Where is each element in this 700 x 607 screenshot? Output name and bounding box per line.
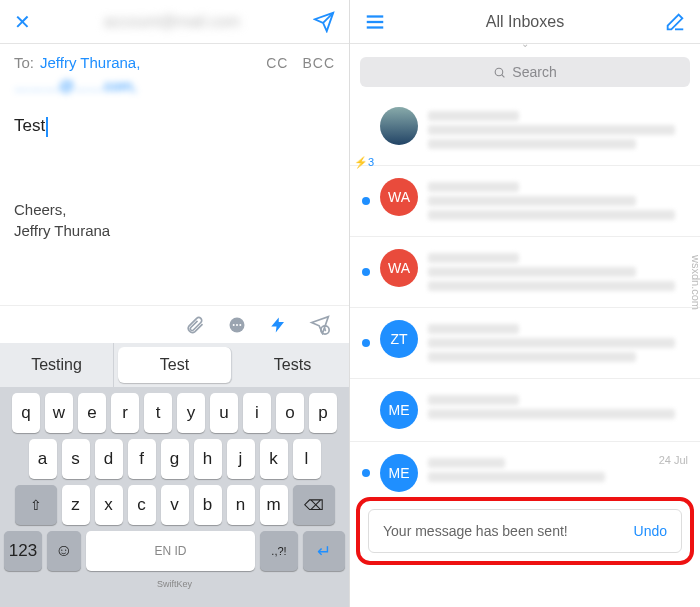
list-item[interactable]: WA: [350, 237, 700, 308]
key-j[interactable]: j: [227, 439, 255, 479]
key-row-4: 123 ☺ EN ID .,?! ↵: [0, 525, 349, 577]
message-date: 24 Jul: [659, 454, 688, 466]
svg-point-2: [236, 324, 238, 326]
sent-toast: Your message has been sent! Undo: [368, 509, 682, 553]
key-b[interactable]: b: [194, 485, 222, 525]
list-item[interactable]: ZT: [350, 308, 700, 379]
avatar: [380, 107, 418, 145]
key-n[interactable]: n: [227, 485, 255, 525]
suggestion-bar: Testing Test Tests: [0, 343, 349, 387]
key-row-1: qwertyuiop: [0, 387, 349, 433]
compose-header: ✕ account@mail.com: [0, 0, 349, 44]
search-placeholder: Search: [512, 64, 556, 80]
compose-toolbar: [0, 305, 349, 343]
key-a[interactable]: a: [29, 439, 57, 479]
search-input[interactable]: Search: [360, 57, 690, 87]
key-s[interactable]: s: [62, 439, 90, 479]
key-g[interactable]: g: [161, 439, 189, 479]
to-label: To:: [14, 54, 34, 71]
list-item[interactable]: ME 24 Jul: [350, 442, 700, 504]
signature-line1: Cheers,: [14, 199, 335, 220]
key-v[interactable]: v: [161, 485, 189, 525]
avatar: WA: [380, 178, 418, 216]
punct-key[interactable]: .,?!: [260, 531, 298, 571]
keyboard: Testing Test Tests qwertyuiop asdfghjkl …: [0, 343, 349, 607]
key-h[interactable]: h: [194, 439, 222, 479]
svg-point-3: [239, 324, 241, 326]
key-l[interactable]: l: [293, 439, 321, 479]
key-p[interactable]: p: [309, 393, 337, 433]
to-row[interactable]: To: Jeffry Thurana, CC BCC: [0, 44, 349, 77]
list-item[interactable]: ⚡3: [350, 95, 700, 166]
key-i[interactable]: i: [243, 393, 271, 433]
key-q[interactable]: q: [12, 393, 40, 433]
toast-message: Your message has been sent!: [383, 523, 568, 539]
recipient-chip-2[interactable]: ………@……com,: [0, 77, 349, 102]
key-u[interactable]: u: [210, 393, 238, 433]
body-text: Test: [14, 116, 45, 135]
send-icon[interactable]: [313, 11, 335, 33]
send-later-icon[interactable]: [309, 315, 331, 335]
compose-pane: ✕ account@mail.com To: Jeffry Thurana, C…: [0, 0, 350, 607]
suggestion-3[interactable]: Tests: [236, 343, 349, 387]
recipient-chip[interactable]: Jeffry Thurana,: [40, 54, 140, 71]
suggestion-1[interactable]: Testing: [0, 343, 114, 387]
key-e[interactable]: e: [78, 393, 106, 433]
watermark: wsxdn.com: [690, 254, 700, 309]
key-z[interactable]: z: [62, 485, 90, 525]
key-k[interactable]: k: [260, 439, 288, 479]
list-item[interactable]: ME: [350, 379, 700, 442]
key-f[interactable]: f: [128, 439, 156, 479]
menu-icon[interactable]: [364, 11, 386, 33]
message-list[interactable]: ⚡3 WA WA ZT ME ME 24 Jul: [350, 95, 700, 504]
key-row-2: asdfghjkl: [0, 433, 349, 479]
svg-point-8: [495, 68, 503, 76]
bolt-icon[interactable]: [269, 315, 287, 335]
key-row-3: ⇧ zxcvbnm⌫: [0, 479, 349, 525]
avatar: ZT: [380, 320, 418, 358]
unread-dot: [362, 197, 370, 205]
text-cursor: [46, 117, 48, 137]
backspace-key[interactable]: ⌫: [293, 485, 335, 525]
attach-icon[interactable]: [185, 315, 205, 335]
email-body[interactable]: Test: [0, 102, 349, 151]
close-icon[interactable]: ✕: [14, 10, 31, 34]
key-w[interactable]: w: [45, 393, 73, 433]
compose-icon[interactable]: [664, 11, 686, 33]
key-y[interactable]: y: [177, 393, 205, 433]
inbox-title[interactable]: All Inboxes: [486, 13, 564, 31]
key-r[interactable]: r: [111, 393, 139, 433]
signature-line2: Jeffry Thurana: [14, 220, 335, 241]
svg-point-1: [233, 324, 235, 326]
return-key[interactable]: ↵: [303, 531, 345, 571]
unread-dot: [362, 469, 370, 477]
svg-line-9: [502, 74, 505, 77]
avatar: ME: [380, 391, 418, 429]
emoji-key[interactable]: ☺: [47, 531, 81, 571]
list-item[interactable]: WA: [350, 166, 700, 237]
cc-button[interactable]: CC: [266, 55, 288, 71]
avatar: ME: [380, 454, 418, 492]
undo-button[interactable]: Undo: [634, 523, 667, 539]
space-lang: EN ID: [154, 544, 186, 558]
highlight-annotation: Your message has been sent! Undo: [356, 497, 694, 565]
unread-dot: [362, 268, 370, 276]
from-account[interactable]: account@mail.com: [104, 13, 240, 31]
key-d[interactable]: d: [95, 439, 123, 479]
key-c[interactable]: c: [128, 485, 156, 525]
key-x[interactable]: x: [95, 485, 123, 525]
key-o[interactable]: o: [276, 393, 304, 433]
space-key[interactable]: EN ID: [86, 531, 255, 571]
chevron-down-icon[interactable]: ⌄: [350, 38, 700, 49]
shift-key[interactable]: ⇧: [15, 485, 57, 525]
key-m[interactable]: m: [260, 485, 288, 525]
bcc-button[interactable]: BCC: [302, 55, 335, 71]
signature: Cheers, Jeffry Thurana: [0, 199, 349, 241]
keyboard-brand: SwiftKey: [0, 579, 349, 589]
quick-reply-icon[interactable]: [227, 315, 247, 335]
suggestion-2[interactable]: Test: [118, 347, 232, 383]
key-t[interactable]: t: [144, 393, 172, 433]
numbers-key[interactable]: 123: [4, 531, 42, 571]
inbox-pane: All Inboxes ⌄ Search ⚡3 WA WA ZT: [350, 0, 700, 607]
unread-dot: [362, 339, 370, 347]
